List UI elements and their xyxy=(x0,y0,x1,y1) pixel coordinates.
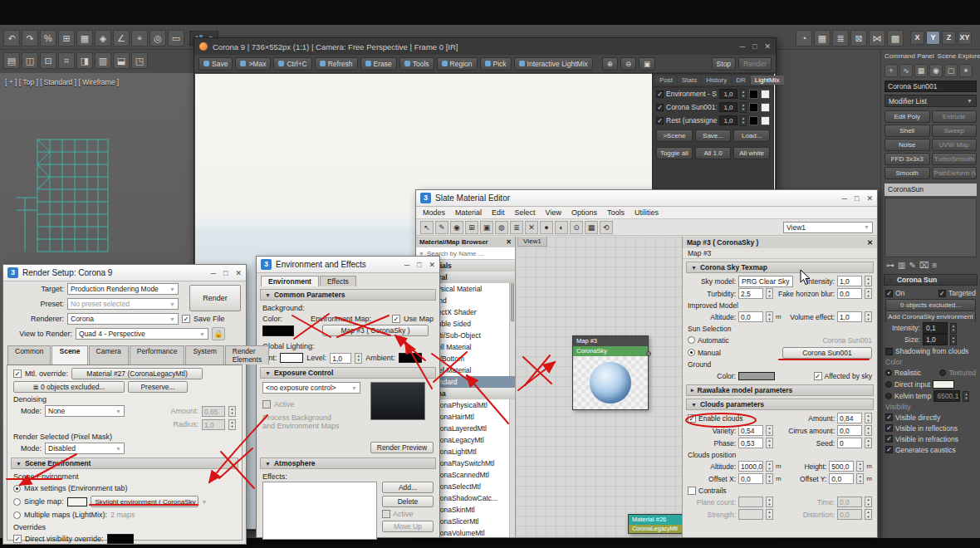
sun-size-input[interactable]: 1,0 xyxy=(923,334,948,345)
command-panel-header[interactable]: Command Panel xyxy=(884,52,934,60)
view-dropdown[interactable]: View1▼ xyxy=(783,222,873,233)
lightmix-color-swatch[interactable] xyxy=(749,103,758,112)
toolbar-icon[interactable]: ⌖ xyxy=(131,30,148,46)
kelvin-temp-input[interactable]: 6500,1 xyxy=(933,390,960,402)
effects-listbox[interactable] xyxy=(262,482,377,540)
axis-constraint-z[interactable]: Z xyxy=(942,31,956,45)
manual-sun-radio[interactable] xyxy=(688,349,695,356)
menu-item[interactable]: Modes xyxy=(423,208,445,217)
sun-excluded-button[interactable]: 0 objects excluded... xyxy=(885,299,976,311)
spinner-icon[interactable]: ▲▼ xyxy=(950,335,957,345)
spinner-icon[interactable]: ▲▼ xyxy=(865,497,872,507)
background-color-swatch[interactable] xyxy=(262,325,294,336)
lightmix-intensity-input[interactable]: 1,0 xyxy=(719,89,737,99)
strength-input[interactable] xyxy=(738,509,763,520)
seed-input[interactable]: 0 xyxy=(837,438,862,448)
exposure-active-checkbox[interactable] xyxy=(262,400,271,409)
visibility-checkbox[interactable]: ✓ xyxy=(885,413,893,421)
toolbar-icon[interactable]: ∠ xyxy=(113,30,130,46)
spinner-icon[interactable]: ▲▼ xyxy=(766,425,773,436)
tab-post[interactable]: Post xyxy=(655,76,677,85)
rs-mode-dropdown[interactable]: Disabled▼ xyxy=(45,443,125,454)
offset-y-input[interactable]: 0,0 xyxy=(829,473,854,484)
spinner-icon[interactable]: ▲▼ xyxy=(766,509,773,520)
tab-environment[interactable]: Environment xyxy=(261,276,319,286)
clouds-rollout[interactable]: ▼Clouds parameters xyxy=(686,399,874,410)
slate-tool-icon[interactable]: ⊙ xyxy=(570,221,583,234)
mtl-override-button[interactable]: Material #27 (CoronaLegacyMtl) xyxy=(71,368,203,379)
node-view[interactable]: View1 Map #3 CoronaSky Material #26 Coro… xyxy=(516,237,682,537)
lightmix-intensity-input[interactable]: 1,0 xyxy=(719,115,737,125)
ambient-swatch[interactable] xyxy=(399,353,422,363)
zoom-icon[interactable]: ⊕ xyxy=(602,57,618,71)
spinner-icon[interactable]: ▲▼ xyxy=(740,89,747,100)
tab-effects[interactable]: Effects xyxy=(320,276,356,286)
toolbar-icon[interactable]: ◫ xyxy=(22,52,38,69)
save-file-checkbox[interactable]: ✓ xyxy=(182,315,190,323)
lightmix-enable-checkbox[interactable]: ✓ xyxy=(656,91,664,98)
common-parameters-rollout[interactable]: ▼Common Parameters xyxy=(260,289,436,301)
spinner-icon[interactable]: ▲▼ xyxy=(228,406,236,417)
tab-lightmix[interactable]: LightMix xyxy=(751,76,784,85)
modifier-button[interactable]: Shell xyxy=(884,125,930,137)
toolbar-icon[interactable]: ⋈ xyxy=(869,30,885,46)
stack-control-icon[interactable]: ⊶ xyxy=(886,261,894,270)
automatic-sun-radio[interactable] xyxy=(688,336,695,344)
maximize-icon[interactable]: □ xyxy=(223,269,228,277)
fake-horizon-input[interactable]: 0,0 xyxy=(837,288,862,299)
command-panel-tab-icon[interactable]: + xyxy=(884,64,898,77)
render-setup-titlebar[interactable]: 3 Render Setup: Corona 9 ─□✕ xyxy=(3,265,246,281)
turbidity-input[interactable]: 2,5 xyxy=(738,288,763,299)
tab-history[interactable]: History xyxy=(702,76,731,85)
maximize-icon[interactable]: □ xyxy=(752,42,757,51)
vfb-toolbar-button[interactable]: Tools xyxy=(399,57,434,71)
textured-radio[interactable] xyxy=(939,369,946,376)
lightmix-tint-swatch[interactable] xyxy=(761,103,770,112)
toolbar-icon[interactable]: ▭ xyxy=(168,30,184,46)
toolbar-icon[interactable]: ↶ xyxy=(3,30,20,46)
toolbar-icon[interactable]: ⬓ xyxy=(113,52,130,69)
vfb-toolbar-button[interactable]: Ctrl+C xyxy=(273,57,311,71)
clouds-altitude-input[interactable]: 1000,0 xyxy=(738,461,763,472)
toolbar-icon[interactable]: ▩ xyxy=(887,30,904,46)
node-output-socket[interactable] xyxy=(646,351,651,356)
legacy-material-node[interactable]: Material #26 CoronaLegacyMtl xyxy=(628,514,682,534)
view-tab[interactable]: View1 xyxy=(517,237,547,247)
renderer-dropdown[interactable]: Corona▼ xyxy=(67,313,179,325)
visibility-checkbox[interactable]: ✓ xyxy=(885,435,893,443)
vfb-toolbar-button[interactable]: Refresh xyxy=(315,57,358,71)
sun-color-swatch[interactable] xyxy=(933,380,954,389)
menu-item[interactable]: Utilities xyxy=(635,208,659,217)
stack-control-icon[interactable]: ≡ xyxy=(932,261,937,270)
contrails-checkbox[interactable] xyxy=(688,487,696,495)
single-map-radio[interactable] xyxy=(13,498,21,506)
atmosphere-rollout[interactable]: ▼Atmosphere xyxy=(260,457,436,469)
spinner-icon[interactable]: ▲▼ xyxy=(766,438,773,448)
vfb-toolbar-button[interactable]: Erase xyxy=(360,57,397,71)
maximize-icon[interactable]: □ xyxy=(417,261,421,269)
denoise-amount-input[interactable]: 0,65 xyxy=(202,406,225,417)
spinner-icon[interactable]: ▲▼ xyxy=(766,497,773,507)
menu-item[interactable]: Select xyxy=(515,208,536,217)
corona-sun-rollout[interactable]: ▼Corona Sun xyxy=(884,274,978,286)
slate-tool-icon[interactable]: ▦ xyxy=(585,221,598,234)
slate-tool-icon[interactable]: ⟲ xyxy=(600,221,613,234)
spinner-icon[interactable]: ▲▼ xyxy=(865,509,872,520)
multiple-maps-radio[interactable] xyxy=(13,511,21,519)
environment-titlebar[interactable]: 3 Environment and Effects ─□✕ xyxy=(257,257,439,273)
lock-icon[interactable]: 🔒 xyxy=(212,327,225,340)
spinner-icon[interactable]: ▲▼ xyxy=(856,461,864,472)
close-icon[interactable]: ✕ xyxy=(429,261,435,269)
slate-tool-icon[interactable]: ● xyxy=(540,221,553,234)
sun-targeted-checkbox[interactable]: ✓ xyxy=(938,290,946,297)
modifier-button[interactable]: UVW Map xyxy=(932,139,978,151)
axis-constraint-x[interactable]: X xyxy=(910,31,924,45)
level-input[interactable]: 1,0 xyxy=(330,353,351,364)
spinner-icon[interactable]: ▲▼ xyxy=(865,276,872,286)
spinner-icon[interactable]: ▲▼ xyxy=(963,391,969,402)
modifier-stack-list[interactable] xyxy=(884,198,977,257)
render-button[interactable]: Render xyxy=(738,57,772,71)
object-name-field[interactable]: Corona Sun001 xyxy=(884,81,977,92)
viewport-label[interactable]: [ + ] [ Top ] [ Standard ] [ Wireframe ] xyxy=(5,78,119,86)
lightmix-button[interactable]: All white xyxy=(733,147,770,159)
